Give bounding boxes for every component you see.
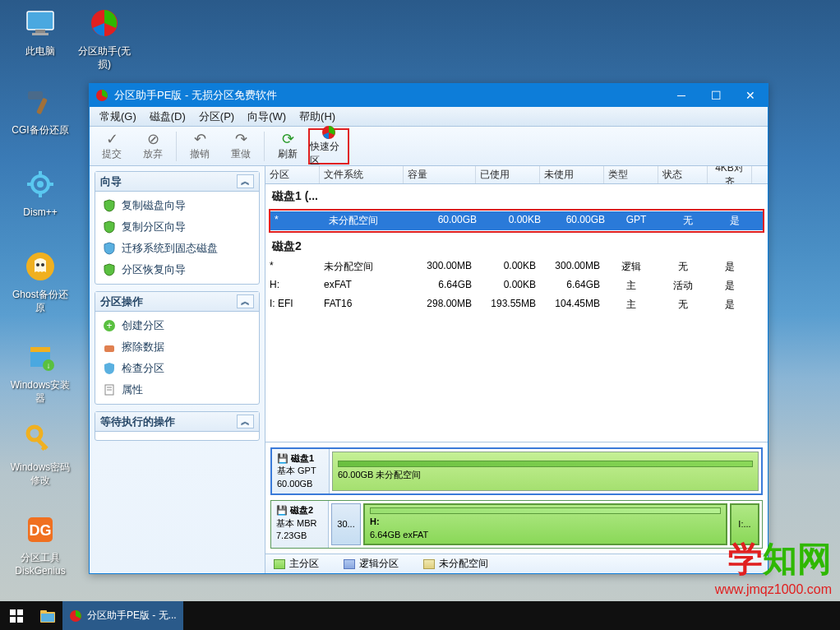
panel-header-wizard[interactable]: 向导︽ [95, 172, 259, 192]
erase-icon [102, 340, 117, 354]
svg-text:DG: DG [30, 522, 52, 539]
chevron-up-icon: ︽ [237, 415, 254, 428]
menu-general[interactable]: 常规(G) [93, 108, 143, 126]
menu-wizard[interactable]: 向导(W) [241, 108, 293, 126]
menu-partition[interactable]: 分区(P) [192, 108, 241, 126]
col-filesystem[interactable]: 文件系统 [320, 166, 404, 183]
menu-help[interactable]: 帮助(H) [293, 108, 342, 126]
legend-logical: 逻辑分区 [344, 557, 399, 571]
close-button[interactable]: ✕ [733, 84, 768, 107]
commit-button[interactable]: ✓提交 [91, 128, 132, 164]
wizard-migrate-ssd[interactable]: 迁移系统到固态磁盘 [97, 238, 257, 259]
watermark: 学知网 www.jmqz1000.com [715, 536, 832, 597]
desktop-icon-ghost[interactable]: Ghost备份还原 [10, 247, 71, 314]
key-icon [21, 419, 60, 459]
op-check[interactable]: 检查分区 [97, 358, 257, 379]
pie-icon [321, 125, 336, 140]
disk-segment-unallocated[interactable]: 60.00GB 未分配空间 [332, 452, 759, 491]
table-row-selected[interactable]: * 未分配空间 60.00GB 0.00KB 60.00GB GPT 无 是 [270, 211, 763, 230]
redo-button[interactable]: ↷重做 [220, 128, 261, 164]
undo-button[interactable]: ↶撤销 [179, 128, 220, 164]
minimize-button[interactable]: ─ [664, 84, 699, 107]
desktop-icon-dism[interactable]: Dism++ [10, 164, 71, 220]
app-window: 分区助手PE版 - 无损分区免费软件 ─ ☐ ✕ 常规(G) 磁盘(D) 分区(… [89, 83, 768, 574]
desktop-icon-label: Windows安装器 [10, 379, 71, 405]
table-row[interactable]: H: exFAT 6.64GB 0.00KB 6.64GB 主 活动 是 [265, 276, 768, 295]
desktop-icon-partition-assistant[interactable]: 分区助手(无损) [74, 3, 135, 71]
quick-partition-button[interactable]: 快速分区 [308, 128, 349, 164]
svg-rect-33 [17, 609, 23, 615]
svg-rect-35 [17, 617, 23, 623]
wizard-recover[interactable]: 分区恢复向导 [97, 259, 257, 280]
panel-header-pending[interactable]: 等待执行的操作︽ [95, 412, 259, 432]
panel-pending: 等待执行的操作︽ [95, 411, 260, 441]
disk-group-1[interactable]: 磁盘1 (... [265, 184, 768, 207]
svg-point-19 [28, 427, 41, 440]
col-capacity[interactable]: 容量 [404, 166, 476, 183]
svg-rect-34 [10, 617, 16, 623]
table-row[interactable]: I: EFI FAT16 298.00MB 193.55MB 104.45MB … [265, 295, 768, 314]
desktop-icon-this-pc[interactable]: 此电脑 [10, 3, 71, 58]
desktop-icon-win-installer[interactable]: ↓ Windows安装器 [10, 337, 71, 405]
svg-rect-32 [10, 609, 16, 615]
table-row[interactable]: * 未分配空间 300.00MB 0.00KB 300.00MB 逻辑 无 是 [265, 257, 768, 276]
desktop-icon-cgi-backup[interactable]: CGI备份还原 [10, 82, 71, 137]
refresh-button[interactable]: ⟳刷新 [267, 128, 308, 164]
col-used[interactable]: 已使用 [476, 166, 540, 183]
wizard-copy-partition[interactable]: 复制分区向导 [97, 216, 257, 238]
redo-icon: ↷ [235, 131, 247, 147]
svg-rect-10 [27, 183, 32, 186]
disk-segment-logical[interactable]: 30... [331, 503, 361, 545]
table-body: 磁盘1 (... * 未分配空间 60.00GB 0.00KB 60.00GB … [265, 184, 768, 442]
op-create[interactable]: +创建分区 [97, 315, 257, 336]
chevron-up-icon: ︽ [237, 174, 254, 188]
monitor-icon [21, 3, 60, 43]
desktop-icon-diskgenius[interactable]: DG 分区工具DiskGenius [10, 510, 71, 577]
desktop-icon-win-password[interactable]: Windows密码修改 [10, 419, 71, 487]
disk-segment-primary[interactable]: H: 6.64GB exFAT [363, 503, 727, 545]
toolbar: ✓提交 ⊘放弃 ↶撤销 ↷重做 ⟳刷新 快速分区 [90, 127, 768, 166]
op-properties[interactable]: 属性 [97, 379, 257, 401]
col-partition[interactable]: 分区 [265, 166, 320, 183]
hammer-icon [21, 82, 60, 122]
check-shield-icon [102, 361, 117, 376]
refresh-icon: ⟳ [282, 131, 294, 147]
table-header: 分区 文件系统 容量 已使用 未使用 类型 状态 4KB对齐 [265, 166, 768, 184]
col-4k-align[interactable]: 4KB对齐 [708, 166, 752, 183]
discard-button[interactable]: ⊘放弃 [132, 128, 173, 164]
wizard-copy-disk[interactable]: 复制磁盘向导 [97, 195, 257, 216]
disk-group-2[interactable]: 磁盘2 [265, 234, 768, 257]
svg-rect-1 [35, 30, 45, 33]
properties-icon [102, 382, 117, 397]
disk-bar-2[interactable]: 💾 磁盘2 基本 MBR 7.23GB 30... H: 6.64GB exFA… [270, 500, 763, 549]
app-icon [69, 609, 82, 623]
desktop-icon-label: 此电脑 [10, 45, 71, 58]
main-area: 分区 文件系统 容量 已使用 未使用 类型 状态 4KB对齐 磁盘1 (... … [265, 166, 768, 573]
titlebar[interactable]: 分区助手PE版 - 无损分区免费软件 ─ ☐ ✕ [90, 84, 768, 107]
panel-header-ops[interactable]: 分区操作︽ [95, 292, 259, 312]
pie-icon [85, 3, 124, 43]
svg-rect-8 [39, 171, 42, 176]
maximize-button[interactable]: ☐ [699, 84, 733, 107]
desktop-icon-label: CGI备份还原 [10, 124, 71, 137]
svg-text:↓: ↓ [47, 361, 51, 370]
start-button[interactable] [0, 601, 33, 630]
svg-rect-4 [28, 91, 43, 100]
menu-disk[interactable]: 磁盘(D) [143, 108, 192, 126]
discard-icon: ⊘ [147, 131, 159, 147]
desktop-icon-label: 分区助手(无损) [74, 45, 135, 71]
taskbar-explorer[interactable] [33, 601, 62, 630]
panel-ops: 分区操作︽ +创建分区 擦除数据 检查分区 属性 [95, 291, 260, 405]
diskgenius-icon: DG [21, 510, 60, 549]
col-status[interactable]: 状态 [658, 166, 708, 183]
op-wipe[interactable]: 擦除数据 [97, 336, 257, 358]
col-type[interactable]: 类型 [604, 166, 658, 183]
taskbar-app-active[interactable]: 分区助手PE版 - 无... [62, 601, 183, 630]
svg-rect-38 [41, 614, 54, 622]
disk-bar-1[interactable]: 💾 磁盘1 基本 GPT 60.00GB 60.00GB 未分配空间 [270, 447, 763, 495]
shield-icon [102, 262, 117, 277]
svg-rect-0 [27, 12, 53, 30]
desktop-icon-label: Ghost备份还原 [10, 289, 71, 314]
col-free[interactable]: 未使用 [540, 166, 604, 183]
legend-unallocated: 未分配空间 [423, 557, 488, 571]
